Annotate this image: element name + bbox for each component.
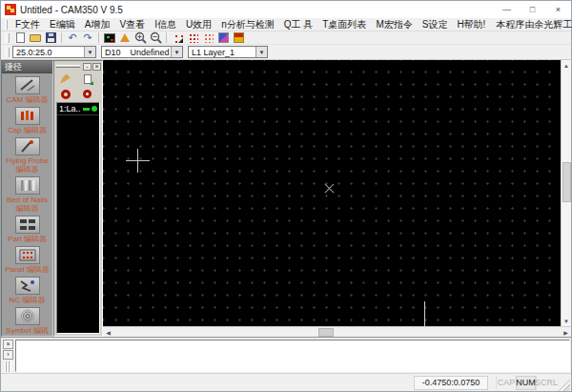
point-grid-button[interactable] [200,31,215,44]
localization-credit: 本程序由余光辉工作室汉化 [490,18,572,31]
nc-editor-icon [15,277,40,295]
layer-paint-button[interactable] [58,72,72,85]
new-file-button[interactable] [12,31,28,44]
cam-editor-icon [15,76,40,94]
menu-settings[interactable]: S设定 [418,18,453,31]
menu-info[interactable]: I信息 [150,18,181,31]
sidebar-item-part-editor[interactable]: Part 编辑器 [2,213,52,243]
vertical-scroll-thumb[interactable] [562,162,571,202]
scroll-left-icon[interactable]: ◀ [103,327,113,338]
red-target-icon [83,90,92,98]
dcode-table-button[interactable] [231,31,246,44]
command-panel-controls: × › [2,340,14,372]
horizontal-scroll-thumb[interactable] [318,328,334,337]
menu-macro[interactable]: M宏指令 [371,18,417,31]
layers-panel-drag-handle[interactable] [56,65,80,68]
sidebar-item-nc-editor[interactable]: NC 编辑器 [2,274,52,304]
command-panel: × › [1,337,571,373]
combobar-grip[interactable] [6,48,10,57]
layer-select[interactable]: L1 Layer_1 ▼ [188,46,268,58]
snap-grid-button[interactable] [170,31,185,44]
sidebar-item-cam-editor[interactable]: CAM 编辑器 [2,73,52,104]
sidebar-item-bed-of-nails-editor[interactable]: Bed of Nails 编辑器 [2,174,52,213]
scroll-up-icon[interactable]: ▲ [562,60,572,71]
window-resize-grip[interactable] [558,379,570,391]
scroll-right-icon[interactable]: ▶ [561,327,571,338]
zoom-in-icon [134,31,147,44]
canvas-area: ▲ ▼ ◀ ▶ [103,60,571,337]
snap-grid-icon [173,32,183,43]
page-copy-icon [84,74,92,84]
design-canvas[interactable] [103,60,561,326]
combo-toolbar: 25.0:25.0 ▼ D10 Undefined ▼ L1 Layer_1 ▼ [1,45,571,60]
chevron-down-icon[interactable]: ▼ [84,47,95,57]
layer-copy-button[interactable] [80,72,94,85]
horizontal-scrollbar[interactable]: ◀ ▶ [103,326,571,337]
origin-x-marker [323,182,336,195]
toolbar: ↶ ↷ [1,31,571,45]
command-panel-close-button[interactable]: × [3,340,13,349]
command-panel-expand-button[interactable]: › [3,350,13,360]
menu-tables[interactable]: T桌面列表 [317,18,371,31]
redo-button[interactable]: ↷ [80,31,95,44]
layer-visibility-indicator[interactable] [92,106,97,112]
caps-lock-indicator: CAP [496,376,516,390]
redraw-button[interactable] [102,31,117,44]
scroll-lock-indicator: SCRL [536,376,556,390]
menu-view[interactable]: V查看 [114,18,150,31]
chevron-down-icon[interactable]: ▼ [171,47,182,57]
zoom-window-button[interactable] [117,31,133,44]
sidebar-item-panel-editor[interactable]: Panel 编辑器 [2,243,52,274]
layers-panel-minimize-button[interactable]: - [83,63,92,71]
menu-add[interactable]: A增加 [80,18,115,31]
sidebar-item-label: Symbol 编辑器 [2,325,52,337]
minimize-button[interactable]: — [494,1,520,18]
grid-select[interactable]: 25.0:25.0 ▼ [12,46,96,58]
chevron-down-icon[interactable]: ▼ [255,47,267,57]
menu-utilities[interactable]: U效用 [181,18,216,31]
layer-target-button[interactable] [80,88,94,100]
layers-list: 1:La.. [56,102,100,334]
maximize-button[interactable]: □ [520,1,545,18]
shortcuts-sidebar: 捷径 CAM 编辑器 Cap 编辑器 Flying Probe 编辑器 [1,60,53,337]
undo-button[interactable]: ↶ [65,31,80,44]
brush-icon [60,74,71,84]
close-button[interactable]: × [545,1,571,18]
flying-probe-editor-icon [15,137,40,155]
crosshair-cursor [126,149,150,173]
command-panel-grip[interactable] [5,361,11,372]
vertical-scrollbar[interactable]: ▲ ▼ [561,60,571,326]
dot-grid-button[interactable] [185,31,200,44]
status-bar: -0.4750:0.0750 CAP NUM SCRL [1,373,571,391]
menubar-grip[interactable] [6,20,8,30]
grid-select-value: 25.0:25.0 [13,48,84,57]
zoom-in-button[interactable] [133,31,148,44]
layer-color-swatch[interactable] [83,108,90,111]
zoom-out-button[interactable] [148,31,163,44]
layer-colors-button[interactable] [215,31,231,44]
open-file-button[interactable] [28,31,43,44]
sidebar-item-symbol-editor[interactable]: Symbol 编辑器 [2,304,52,337]
layers-panel-titlebar[interactable]: - × [54,61,102,71]
num-lock-indicator: NUM [516,376,536,390]
menu-analysis[interactable]: n分析与检测 [216,18,279,31]
layer-number-button[interactable] [58,88,72,100]
menu-edit[interactable]: E编辑 [45,18,80,31]
point-grid-icon [203,32,214,43]
sidebar-item-flying-probe-editor[interactable]: Flying Probe 编辑器 [2,134,52,174]
toolbar-grip[interactable] [6,33,10,43]
red-badge-icon [61,90,71,99]
toolbar-separator [61,32,62,43]
save-floppy-icon [46,32,56,43]
command-output[interactable] [15,340,570,372]
layer-row[interactable]: 1:La.. [57,103,99,115]
menu-help[interactable]: H帮助! [452,18,490,31]
save-button[interactable] [43,31,58,44]
sidebar-item-cap-editor[interactable]: Cap 编辑器 [2,104,52,134]
menu-tools[interactable]: Q工 具 [279,18,318,31]
zoom-window-icon [120,33,130,42]
scroll-down-icon[interactable]: ▼ [562,316,572,326]
layers-panel-close-button[interactable]: × [92,63,101,71]
menu-file[interactable]: F文件 [10,18,45,31]
dcode-select[interactable]: D10 Undefined ▼ [101,46,183,58]
